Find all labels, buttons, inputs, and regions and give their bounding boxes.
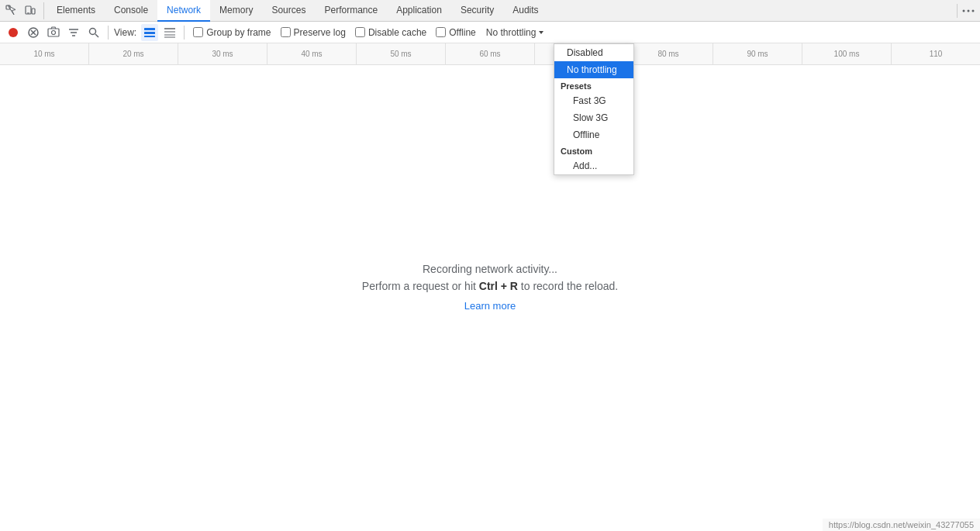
view-label: View: [114, 27, 136, 38]
throttle-wrapper: No throttling [482, 25, 550, 40]
svg-rect-20 [144, 36, 155, 37]
svg-point-6 [972, 9, 975, 12]
tick-20ms: 20 ms [89, 43, 178, 64]
throttle-option-disabled[interactable]: Disabled [554, 44, 633, 61]
tick-40ms: 40 ms [267, 43, 357, 64]
preserve-log-label[interactable]: Preserve log [281, 27, 346, 38]
timeline-ruler: 10 ms 20 ms 30 ms 40 ms 50 ms 60 ms 70 m… [0, 43, 980, 65]
throttle-option-add[interactable]: Add... [554, 157, 633, 174]
inspect-icon-btn[interactable] [3, 2, 20, 19]
filter-btn[interactable] [65, 24, 82, 41]
svg-rect-19 [144, 32, 155, 34]
offline-checkbox[interactable] [436, 27, 446, 37]
status-bar: https://blog.csdn.net/weixin_43277055 [823, 519, 980, 531]
throttle-dropdown: Disabled No throttling Presets Fast 3G S… [554, 43, 634, 175]
record-btn[interactable] [5, 24, 22, 41]
more-tabs-btn[interactable] [960, 2, 977, 19]
svg-rect-2 [32, 9, 35, 14]
chevron-down-icon [537, 29, 545, 36]
tab-elements[interactable]: Elements [47, 0, 105, 22]
svg-point-5 [968, 9, 970, 12]
throttle-option-fast3g[interactable]: Fast 3G [554, 92, 633, 109]
preserve-log-checkbox[interactable] [281, 27, 291, 37]
svg-line-17 [95, 34, 98, 37]
tick-10ms: 10 ms [0, 43, 89, 64]
tick-30ms: 30 ms [178, 43, 267, 64]
tab-audits[interactable]: Audits [503, 0, 547, 22]
disable-cache-checkbox[interactable] [355, 27, 365, 37]
recording-text: Recording network activity... [423, 263, 557, 275]
tab-memory[interactable]: Memory [210, 0, 262, 22]
throttle-option-offline[interactable]: Offline [554, 126, 633, 143]
svg-rect-11 [48, 29, 59, 36]
separator-2 [184, 26, 185, 40]
view-waterfall-btn[interactable] [161, 24, 178, 41]
tab-sources[interactable]: Sources [262, 0, 315, 22]
screenshot-btn[interactable] [45, 24, 62, 41]
tab-performance[interactable]: Performance [315, 0, 387, 22]
tab-bar: Elements Console Network Memory Sources … [0, 0, 980, 22]
tab-network[interactable]: Network [157, 0, 210, 22]
throttle-group-custom: Custom [554, 143, 633, 157]
separator-1 [108, 26, 109, 40]
throttle-group-presets: Presets [554, 78, 633, 92]
disable-cache-label[interactable]: Disable cache [355, 27, 426, 38]
clear-btn[interactable] [25, 24, 42, 41]
tick-80ms: 80 ms [624, 43, 713, 64]
svg-point-7 [9, 28, 18, 37]
tick-100ms: 100 ms [802, 43, 892, 64]
throttle-select-btn[interactable]: No throttling [482, 25, 550, 40]
tick-50ms: 50 ms [357, 43, 446, 64]
network-toolbar: View: Group by frame Preserve log Disabl… [0, 22, 980, 43]
tick-60ms: 60 ms [446, 43, 535, 64]
tick-110ms: 110 [892, 43, 980, 64]
tick-90ms: 90 ms [713, 43, 802, 64]
group-by-frame-label[interactable]: Group by frame [193, 27, 271, 38]
throttle-option-no-throttling[interactable]: No throttling [554, 61, 633, 78]
group-by-frame-checkbox[interactable] [193, 27, 203, 37]
offline-label[interactable]: Offline [436, 27, 475, 38]
svg-point-12 [52, 30, 56, 34]
search-btn[interactable] [85, 24, 102, 41]
learn-more-link[interactable]: Learn more [464, 300, 516, 312]
svg-point-16 [90, 28, 96, 34]
devtools-left-icons [3, 2, 44, 19]
tab-application[interactable]: Application [387, 0, 451, 22]
device-toolbar-btn[interactable] [22, 2, 39, 19]
more-tabs-area [954, 2, 977, 19]
svg-point-4 [963, 9, 965, 12]
tab-security[interactable]: Security [451, 0, 503, 22]
view-list-btn[interactable] [141, 24, 158, 41]
throttle-option-slow3g[interactable]: Slow 3G [554, 109, 633, 126]
tab-console[interactable]: Console [105, 0, 157, 22]
instruction-text: Perform a request or hit Ctrl + R to rec… [362, 280, 618, 292]
svg-rect-18 [144, 28, 155, 30]
main-content: Recording network activity... Perform a … [0, 65, 980, 509]
